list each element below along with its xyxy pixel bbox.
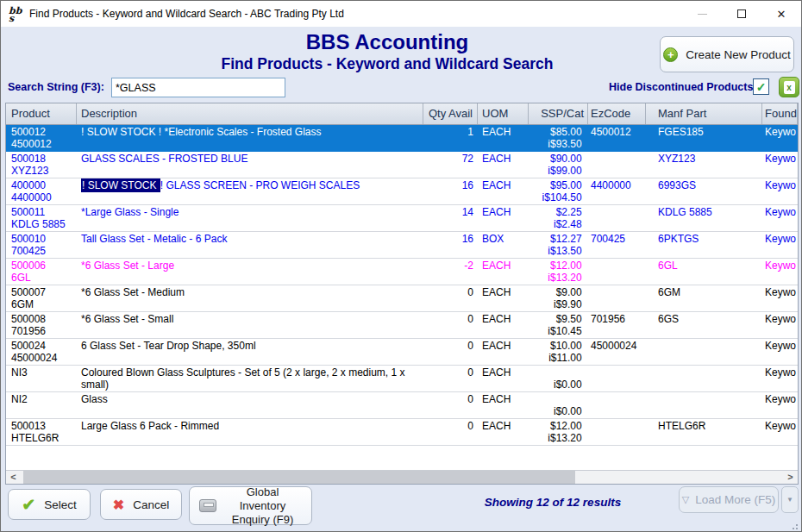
cell-ezcode: 45000024 <box>588 339 646 365</box>
close-icon: ✕ <box>777 8 786 21</box>
cell-description: *6 Glass Set - Small <box>77 312 423 338</box>
resize-grip[interactable] <box>789 521 798 529</box>
scrollbar-thumb[interactable] <box>23 471 575 484</box>
search-input[interactable] <box>111 78 285 97</box>
table-row[interactable]: 5000076GM*6 Glass Set - Medium0EACH$9.00… <box>6 285 798 312</box>
cell-uom: BOX <box>478 232 529 258</box>
cell-product: 5000066GL <box>6 259 77 285</box>
scroll-left-icon[interactable]: < <box>6 471 21 484</box>
table-row[interactable]: 500010700425Tall Glass Set - Metalic - 6… <box>6 232 798 259</box>
cell-found: Keywo <box>762 152 798 178</box>
load-more-button[interactable]: ▽ Load More (F5) <box>679 486 779 513</box>
cell-qty-avail: 16 <box>423 178 478 204</box>
scroll-right-icon[interactable]: > <box>783 471 798 484</box>
table-row[interactable]: NI2Glass0EACH i$0.00 Keywo <box>6 392 798 419</box>
cell-uom: EACH <box>478 339 529 365</box>
cell-found: Keywo <box>762 419 798 445</box>
cell-found: Keywo <box>762 259 798 285</box>
horizontal-scrollbar[interactable]: < > <box>6 470 798 484</box>
cell-found: Keywo <box>762 285 798 311</box>
minimize-icon <box>698 14 707 15</box>
plus-icon: + <box>663 47 678 62</box>
column-header-found[interactable]: Found <box>762 103 798 124</box>
column-header-description[interactable]: Description <box>77 103 423 124</box>
cell-qty-avail: 0 <box>423 366 478 391</box>
table-row[interactable]: 500013HTELG6RLarge Glass 6 Pack - Rimmed… <box>6 419 798 446</box>
footer-bar: ✔ Select ✖ Cancel Global Inventory Enqui… <box>1 485 801 532</box>
load-more-label: Load More (F5) <box>695 493 775 506</box>
column-header-qty-avail[interactable]: Qty Avail <box>423 103 478 124</box>
table-header-row: Product Description Qty Avail UOM SSP/Ca… <box>6 103 798 125</box>
cancel-button[interactable]: ✖ Cancel <box>100 489 182 520</box>
create-new-product-button[interactable]: + Create New Product <box>660 36 794 72</box>
cell-product: 5000076GM <box>6 285 77 311</box>
results-status: Showing 12 of 12 results <box>485 496 621 509</box>
cell-manf-part: FGES185 <box>646 125 762 151</box>
check-icon: ✔ <box>22 495 35 515</box>
cell-qty-avail: 14 <box>423 205 478 231</box>
cell-uom: EACH <box>478 366 529 391</box>
table-row[interactable]: 5000066GL*6 Glass Set - Large-2EACH$12.0… <box>6 259 798 285</box>
cell-product: NI3 <box>6 366 77 391</box>
cell-found: Keywo <box>762 339 798 365</box>
select-button[interactable]: ✔ Select <box>8 489 91 520</box>
checkbox-check-icon: ✓ <box>756 80 767 94</box>
cell-found: Keywo <box>762 366 798 391</box>
cell-qty-avail: 0 <box>423 392 478 418</box>
drawer-icon <box>199 499 216 512</box>
global-inventory-enquiry-button[interactable]: Global Inventory Enquiry (F9) <box>189 486 312 525</box>
column-header-product[interactable]: Product <box>6 103 77 124</box>
cell-ssp-cat: $90.00 i$99.00 <box>529 152 588 178</box>
cell-manf-part <box>646 366 762 391</box>
table-row[interactable]: NI3Coloured Blown Glass Sculptures - Set… <box>6 366 798 392</box>
minimize-button[interactable] <box>682 1 722 27</box>
cell-description: *Large Glass - Single <box>77 205 423 231</box>
cell-description: *6 Glass Set - Medium <box>77 285 423 311</box>
cell-found: Keywo <box>762 205 798 231</box>
close-button[interactable]: ✕ <box>761 1 801 27</box>
excel-icon: x <box>784 81 795 94</box>
cell-manf-part: 6GS <box>646 312 762 338</box>
maximize-button[interactable] <box>722 1 761 27</box>
cell-uom: EACH <box>478 259 529 285</box>
table-row[interactable]: 5000124500012! SLOW STOCK ! *Electronic … <box>6 125 798 152</box>
column-header-ssp-cat[interactable]: SSP/Cat <box>529 103 588 124</box>
column-header-uom[interactable]: UOM <box>478 103 529 124</box>
cell-qty-avail: 0 <box>423 419 478 445</box>
app-title: BBS Accounting <box>1 30 774 54</box>
hide-discontinued-checkbox[interactable]: ✓ <box>753 78 769 95</box>
create-new-product-label: Create New Product <box>686 48 791 61</box>
table-row[interactable]: 500011KDLG 5885*Large Glass - Single14EA… <box>6 205 798 232</box>
cell-ezcode: 700425 <box>588 232 646 258</box>
cell-ssp-cat: $12.00 i$13.20 <box>529 259 588 285</box>
table-row[interactable]: 500008701956*6 Glass Set - Small0EACH$9.… <box>6 312 798 339</box>
export-to-excel-button[interactable]: x <box>779 77 799 97</box>
cell-ssp-cat: $10.00 i$11.00 <box>529 339 588 365</box>
cell-description: Tall Glass Set - Metalic - 6 Pack <box>77 232 423 258</box>
cell-ssp-cat: $2.25 i$2.48 <box>529 205 588 231</box>
cell-ssp-cat: $12.00 i$13.20 <box>529 419 588 445</box>
keyword-highlight: ! SLOW STOCK <box>81 178 160 192</box>
select-label: Select <box>44 498 77 511</box>
column-header-ezcode[interactable]: EzCode <box>588 103 646 124</box>
page-title: Find Products - Keyword and Wildcard Sea… <box>1 54 774 73</box>
cross-icon: ✖ <box>113 497 124 513</box>
cell-ssp-cat: $12.27 i$13.50 <box>529 232 588 258</box>
cell-product: 500010700425 <box>6 232 77 258</box>
table-row[interactable]: 4000004400000! SLOW STOCK ! GLASS SCREEN… <box>6 178 798 205</box>
results-grid: Product Description Qty Avail UOM SSP/Ca… <box>5 103 799 485</box>
cell-qty-avail: 72 <box>423 152 478 178</box>
search-string-label: Search String (F3): <box>8 81 104 93</box>
cell-product: 4000004400000 <box>6 178 77 204</box>
cell-description: Large Glass 6 Pack - Rimmed <box>77 419 423 445</box>
load-more-dropdown-button[interactable]: ▼ <box>781 486 799 513</box>
headings: BBS Accounting Find Products - Keyword a… <box>1 30 774 73</box>
column-header-manf-part[interactable]: Manf Part <box>646 103 762 124</box>
cell-ssp-cat: i$0.00 <box>529 366 588 391</box>
table-row[interactable]: 500024450000246 Glass Set - Tear Drop Sh… <box>6 339 798 366</box>
cell-ezcode <box>588 366 646 391</box>
find-products-window: bbs Find Products - Keyword and Wildcard… <box>0 0 802 532</box>
table-row[interactable]: 500018XYZ123GLASS SCALES - FROSTED BLUE7… <box>6 152 798 178</box>
window-controls: ✕ <box>682 1 801 27</box>
cell-uom: EACH <box>478 419 529 445</box>
